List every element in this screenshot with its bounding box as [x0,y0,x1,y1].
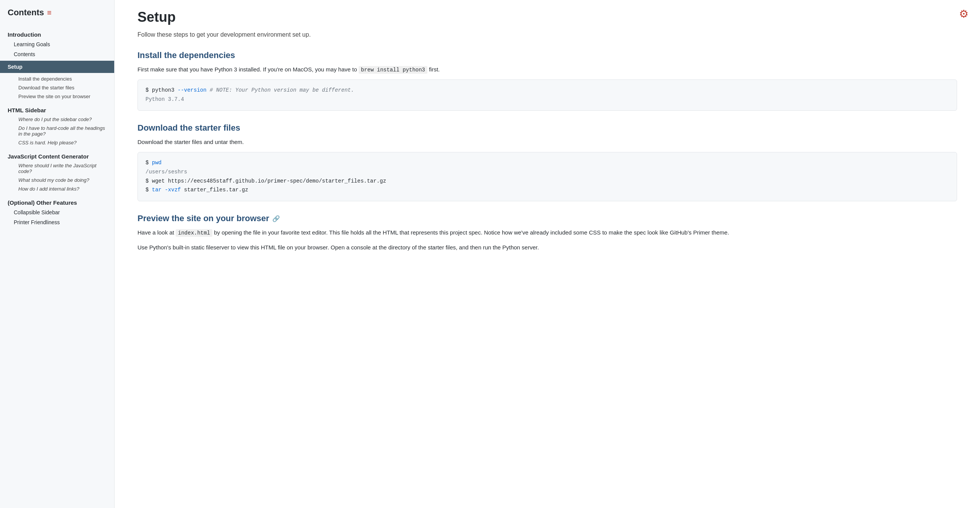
sidebar-subitem-download-starter[interactable]: Download the starter files [0,83,114,92]
sidebar-item-printer[interactable]: Printer Friendliness [0,217,114,227]
code-cmd-version: --version [178,87,207,93]
sidebar-subitem-js-doing[interactable]: What should my code be doing? [0,176,114,184]
code-block-python-version: $ python3 --version # NOTE: Your Python … [137,79,957,111]
sidebar-header: Contents ≡ [0,8,114,25]
section-title-download: Download the starter files [137,123,957,133]
inline-code-index: index.html [176,229,212,237]
code-prompt-pwd: $ [146,160,152,166]
page-title: Setup [137,9,957,25]
sidebar-item-contents[interactable]: Contents [0,49,114,59]
inline-code-brew: brew install python3 [359,66,427,74]
sidebar-subitem-sidebar-code[interactable]: Where do I put the sidebar code? [0,115,114,124]
section-title-install: Install the dependencies [137,50,957,60]
sidebar-item-learning-goals[interactable]: Learning Goals [0,39,114,49]
sidebar-section-optional: (Optional) Other Features [0,196,114,207]
section-desc-preview2: Use Python's built-in static fileserver … [137,243,957,252]
code-cmd-tar-flags: -xvzf [165,187,181,193]
main-content: ⚙ Setup Follow these steps to get your d… [115,0,980,508]
code-prompt-python: $ python3 [146,87,178,93]
section-desc-install: First make sure that you have Python 3 i… [137,65,957,74]
code-comment-version: # NOTE: Your Python version may be diffe… [207,87,354,93]
sidebar-subitem-internal-links[interactable]: How do I add internal links? [0,184,114,193]
code-cmd-wget: $ wget https://eecs485staff.github.io/pr… [146,178,386,184]
sidebar-section-js-generator: JavaScript Content Generator [0,150,114,161]
code-cmd-pwd: pwd [152,160,162,166]
code-tar-filename: starter_files.tar.gz [181,187,248,193]
code-output-path: /users/seshrs [146,169,187,175]
sidebar-item-setup[interactable]: Setup [0,61,114,73]
sidebar-subitem-preview-site[interactable]: Preview the site on your browser [0,92,114,101]
code-block-download: $ pwd /users/seshrs $ wget https://eecs4… [137,152,957,201]
section-desc-download: Download the starter files and untar the… [137,138,957,147]
sidebar-subitem-hard-code[interactable]: Do I have to hard-code all the headings … [0,124,114,138]
sidebar-subitem-css-help[interactable]: CSS is hard. Help please? [0,138,114,147]
page-subtitle: Follow these steps to get your developme… [137,31,957,38]
section-title-preview: Preview the site on your browser 🔗 [137,214,957,223]
sidebar-title: Contents [8,8,44,18]
sidebar-section-introduction: Introduction [0,28,114,39]
code-cmd-tar: tar [152,187,162,193]
hamburger-icon[interactable]: ≡ [47,8,52,17]
section-anchor-preview[interactable]: 🔗 [272,215,280,222]
section-desc-preview1: Have a look at index.html by opening the… [137,228,957,237]
code-output-version: Python 3.7.4 [146,96,184,102]
sidebar: Contents ≡ Introduction Learning Goals C… [0,0,115,508]
sidebar-subitem-js-where[interactable]: Where should I write the JavaScript code… [0,161,114,176]
settings-icon[interactable]: ⚙ [959,8,969,20]
code-prompt-tar: $ [146,187,152,193]
sidebar-subitem-install-deps[interactable]: Install the dependencies [0,74,114,83]
sidebar-section-html-sidebar: HTML Sidebar [0,104,114,115]
sidebar-item-collapsible[interactable]: Collapsible Sidebar [0,207,114,217]
